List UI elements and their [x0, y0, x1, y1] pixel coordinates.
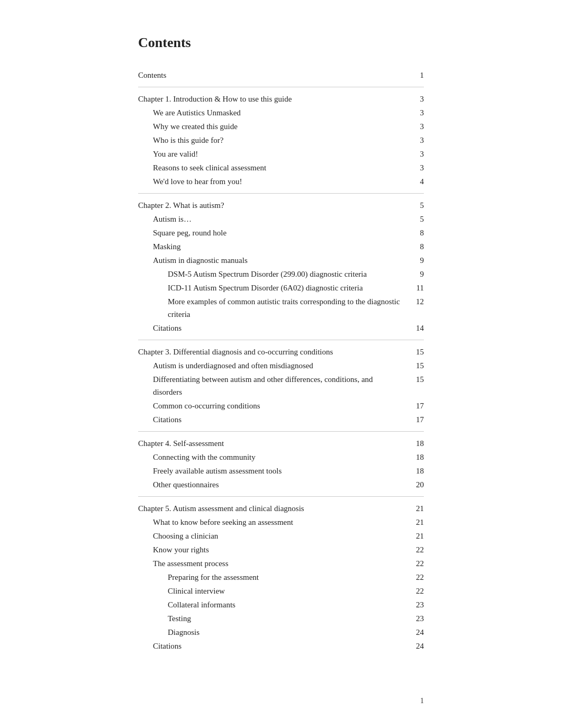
toc-page-number: 23 [413, 612, 424, 625]
toc-page-number: 17 [413, 413, 424, 426]
toc-divider [138, 496, 424, 497]
toc-row: The assessment process22 [138, 557, 424, 570]
toc-divider [138, 87, 424, 87]
toc-row: Contents1 [138, 69, 424, 81]
toc-divider [138, 431, 424, 432]
toc-label: Know your rights [138, 543, 413, 556]
toc-page-number: 18 [413, 451, 424, 463]
toc-row: Citations24 [138, 640, 424, 652]
toc-label: DSM-5 Autism Spectrum Disorder (299.00) … [138, 268, 413, 280]
toc-row: Connecting with the community18 [138, 451, 424, 463]
toc-label: Chapter 2. What is autism? [138, 199, 413, 212]
toc-row: You are valid!3 [138, 148, 424, 160]
toc-page-number: 9 [413, 268, 424, 280]
toc-row: What to know before seeking an assessmen… [138, 516, 424, 529]
toc-label: ICD-11 Autism Spectrum Disorder (6A02) d… [138, 281, 413, 294]
toc-label: Chapter 3. Differential diagnosis and co… [138, 345, 413, 358]
toc-label: Autism in diagnostic manuals [138, 254, 413, 267]
toc-label: Citations [138, 322, 413, 334]
toc-label: Citations [138, 640, 413, 652]
toc-row: Freely available autism assessment tools… [138, 465, 424, 477]
toc-label: Masking [138, 240, 413, 253]
toc-page-number: 4 [413, 175, 424, 188]
toc-label: Why we created this guide [138, 120, 413, 133]
toc-label: Autism is underdiagnosed and often misdi… [138, 359, 413, 372]
toc-label: Citations [138, 413, 413, 426]
toc-row: Why we created this guide3 [138, 120, 424, 133]
toc-label: What to know before seeking an assessmen… [138, 516, 413, 529]
toc-page-number: 24 [413, 626, 424, 639]
toc-label: Freely available autism assessment tools [138, 465, 413, 477]
toc-row: Citations14 [138, 322, 424, 334]
toc-row: Chapter 3. Differential diagnosis and co… [138, 345, 424, 358]
toc-page-number: 22 [413, 585, 424, 597]
toc-page-number: 22 [413, 557, 424, 570]
toc-label: Differentiating between autism and other… [138, 373, 413, 398]
toc-page-number: 3 [413, 134, 424, 147]
toc-row: Masking8 [138, 240, 424, 253]
toc-label: Autism is… [138, 213, 413, 225]
toc-label: Common co-occurring conditions [138, 399, 413, 412]
toc-row: Clinical interview22 [138, 585, 424, 597]
toc-page-number: 24 [413, 640, 424, 652]
toc-label: Preparing for the assessment [138, 571, 413, 584]
toc-page-number: 8 [413, 226, 424, 239]
toc-label: Chapter 1. Introduction & How to use thi… [138, 93, 413, 105]
toc-page-number: 21 [413, 516, 424, 529]
toc-page-number: 17 [413, 399, 424, 412]
toc-label: Reasons to seek clinical assessment [138, 161, 413, 174]
toc-row: Common co-occurring conditions17 [138, 399, 424, 412]
toc-page-number: 22 [413, 543, 424, 556]
toc-page-number: 3 [413, 161, 424, 174]
toc-page-number: 11 [413, 281, 424, 294]
toc-label: Connecting with the community [138, 451, 413, 463]
toc-page-number: 20 [413, 478, 424, 491]
toc-divider [138, 340, 424, 340]
toc-label: We'd love to hear from you! [138, 175, 413, 188]
toc-label: We are Autistics Unmasked [138, 106, 413, 119]
toc-row: Who is this guide for?3 [138, 134, 424, 147]
toc-row: We'd love to hear from you!4 [138, 175, 424, 188]
toc-row: Testing23 [138, 612, 424, 625]
toc-page-number: 21 [413, 530, 424, 542]
toc-row: Choosing a clinician21 [138, 530, 424, 542]
page-footer: 1 [420, 695, 424, 707]
toc-label: Diagnosis [138, 626, 413, 639]
toc-label: More examples of common autistic traits … [138, 295, 413, 321]
toc-label: Other questionnaires [138, 478, 413, 491]
toc-row: ICD-11 Autism Spectrum Disorder (6A02) d… [138, 281, 424, 294]
toc-label: Clinical interview [138, 585, 413, 597]
toc-page-number: 18 [413, 465, 424, 477]
toc-page-number: 9 [413, 254, 424, 267]
toc-page-number: 1 [413, 69, 424, 81]
toc-label: Chapter 5. Autism assessment and clinica… [138, 502, 413, 515]
toc-page-number: 15 [413, 345, 424, 358]
toc-page-number: 8 [413, 240, 424, 253]
toc-row: Chapter 1. Introduction & How to use thi… [138, 93, 424, 105]
toc-row: Citations17 [138, 413, 424, 426]
toc-label: Choosing a clinician [138, 530, 413, 542]
toc-row: Square peg, round hole8 [138, 226, 424, 239]
toc-row: Other questionnaires20 [138, 478, 424, 491]
toc-row: DSM-5 Autism Spectrum Disorder (299.00) … [138, 268, 424, 280]
toc-page-number: 14 [413, 322, 424, 334]
toc-page-number: 21 [413, 502, 424, 515]
page: Contents Contents1Chapter 1. Introductio… [96, 0, 466, 728]
toc-row: Diagnosis24 [138, 626, 424, 639]
toc-page-number: 23 [413, 598, 424, 611]
toc-label: Contents [138, 69, 413, 81]
toc-row: Reasons to seek clinical assessment3 [138, 161, 424, 174]
toc-row: Preparing for the assessment22 [138, 571, 424, 584]
toc-page-number: 3 [413, 120, 424, 133]
toc-row: More examples of common autistic traits … [138, 295, 424, 321]
toc-row: Autism in diagnostic manuals9 [138, 254, 424, 267]
toc-container: Contents1Chapter 1. Introduction & How t… [138, 69, 424, 652]
toc-page-number: 15 [413, 373, 424, 386]
toc-page-number: 12 [413, 295, 424, 308]
toc-divider [138, 193, 424, 194]
toc-row: Autism is underdiagnosed and often misdi… [138, 359, 424, 372]
page-title: Contents [138, 32, 424, 54]
toc-page-number: 3 [413, 93, 424, 105]
toc-page-number: 5 [413, 199, 424, 212]
toc-label: Collateral informants [138, 598, 413, 611]
